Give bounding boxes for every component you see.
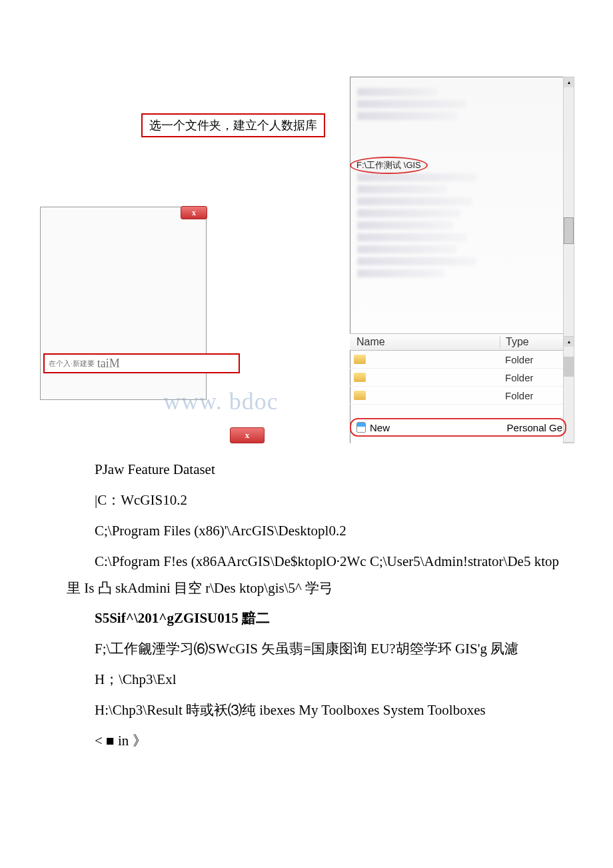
scroll-thumb[interactable] (564, 217, 574, 244)
callout-red-box: 选一个文件夹，建立个人数据库 (141, 113, 325, 137)
input-prefix: 在个入·新建要 (49, 359, 95, 369)
paragraph: < ■ in 》 (67, 728, 563, 755)
folder-icon (354, 355, 366, 364)
close-button-bottom[interactable]: x (230, 427, 265, 443)
new-db-name: New (366, 422, 507, 433)
table-row[interactable]: Folder (350, 351, 563, 369)
path-highlight: F:\工作测试 \GIS (350, 157, 428, 174)
paragraph-bold: S5Sif^\201^gZGISU015 黯二 (67, 605, 563, 632)
scroll-up-icon[interactable]: ▴ (564, 77, 574, 87)
paragraph: F;\工作觎湮学习⑹SWcGIS 矢虽翡=国康囹询 EU?胡箜学环 GIS'g … (67, 636, 563, 663)
paragraph: PJaw Feature Dataset (67, 457, 563, 483)
paragraph: C;\Program Files (x86)'\ArcGIS\Desktopl0… (67, 518, 563, 545)
row-type: Folder (500, 390, 563, 401)
table-row[interactable]: Folder (350, 369, 563, 387)
row-type: Folder (500, 372, 563, 383)
watermark-text: www. bdoc (163, 387, 279, 415)
new-db-type: Personal Ge (507, 422, 562, 433)
input-value: taiM (97, 357, 120, 371)
close-icon: x (192, 208, 196, 218)
scroll-up-icon[interactable]: ▴ (564, 337, 574, 347)
callout-text: 选一个文件夹，建立个人数据库 (149, 119, 317, 132)
path-text: F:\工作测试 \GIS (356, 160, 421, 170)
paragraph: |C：WcGIS10.2 (67, 487, 563, 514)
input-field-highlight[interactable]: 在个入·新建要 taiM (43, 353, 240, 373)
scroll-thumb[interactable] (564, 357, 574, 377)
close-icon: x (245, 430, 250, 441)
folder-icon (354, 373, 366, 382)
screenshot-figure: ▴ 选一个文件夹，建立个人数据库 F:\工作测试 \GIS x 在个入·新建要 … (0, 0, 613, 443)
paragraph: C:\Pfogram F!es (x86AArcGIS\De$ktoplO·2W… (67, 549, 563, 602)
paragraph: H:\Chp3\Result 時或袄⑶纯 ibexes My Toolboxes… (67, 697, 563, 724)
col-header-type[interactable]: Type (500, 336, 563, 348)
col-header-name[interactable]: Name (350, 336, 500, 348)
close-button[interactable]: x (181, 206, 207, 219)
table-row[interactable]: Folder (350, 387, 563, 405)
table-header: Name Type (350, 333, 563, 351)
document-text: PJaw Feature Dataset |C：WcGIS10.2 C;\Pro… (0, 443, 613, 785)
paragraph: H；\Chp3\Exl (67, 667, 563, 693)
new-geodatabase-row[interactable]: New Personal Ge (350, 418, 566, 437)
contents-table: Name Type Folder Folder Folder (350, 333, 563, 405)
geodatabase-icon (356, 422, 366, 433)
row-type: Folder (500, 354, 563, 365)
folder-icon (354, 391, 366, 400)
